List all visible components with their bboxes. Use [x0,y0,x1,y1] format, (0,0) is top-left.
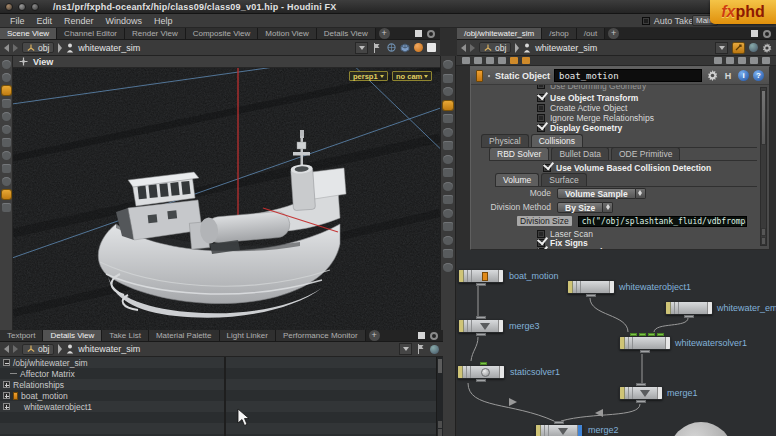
node-whitewater-emitter[interactable] [665,301,713,315]
input-flag[interactable] [657,333,664,336]
nav-forward-icon[interactable] [470,44,475,52]
tab-performance-monitor[interactable]: Performance Monitor [276,330,366,341]
param-tool-icon-4[interactable] [498,57,506,64]
nav-forward-icon[interactable] [13,44,18,52]
auto-takes-checkbox[interactable] [642,17,650,25]
node-flag-right[interactable] [657,387,662,399]
param-tool-icon-2[interactable] [474,57,482,64]
node-merge3[interactable] [458,319,504,333]
path-node-name[interactable]: whitewater_sim [535,43,597,53]
camera-lock-icon[interactable] [443,155,453,164]
node-flag-right[interactable] [498,270,503,282]
node-flag-right[interactable] [609,281,614,293]
flag-icon[interactable] [372,43,382,53]
menu-help[interactable]: Help [148,16,179,26]
viewport-3d[interactable] [13,68,440,330]
node-output[interactable] [476,283,486,286]
node-output[interactable] [476,333,486,336]
division-method-select[interactable]: By Size [557,202,613,213]
scroll-up-icon[interactable] [438,421,442,428]
gear-icon[interactable] [706,70,718,82]
node-output[interactable] [636,400,646,403]
white-square-icon[interactable] [427,43,436,52]
menu-windows[interactable]: Windows [100,16,149,26]
checkbox-create-active[interactable] [537,104,545,112]
pane-menu-icon[interactable] [430,332,438,340]
tree-row-relationships[interactable]: Relationships [0,379,224,390]
handles-tool-icon[interactable] [2,73,11,82]
pane-maximize-icon[interactable] [751,30,758,37]
globe-icon[interactable] [749,43,758,52]
menu-render[interactable]: Render [58,16,100,26]
tab-motion-view[interactable]: Motion View [258,28,316,39]
stylus-icon[interactable] [443,60,453,69]
tree-row-affector[interactable]: Affector Matrix [0,368,224,379]
param-tool-icon-11[interactable] [762,57,770,64]
globe-icon[interactable] [430,345,439,354]
pane-menu-icon[interactable] [763,30,771,38]
tree-row-root[interactable]: /obj/whitewater_sim [0,357,224,368]
select-tool-icon[interactable] [2,60,11,69]
window-minimize-icon[interactable] [18,3,26,11]
network-nav-icon[interactable] [443,222,453,231]
checkbox-display-geometry[interactable] [537,124,545,132]
tab-take-list[interactable]: Take List [102,330,149,341]
param-tool-icon-5[interactable] [510,57,518,64]
division-size-label[interactable]: Division Size [517,216,572,226]
node-whitewaterobject1[interactable] [567,280,615,294]
orange-dot-icon[interactable] [414,43,423,52]
pin-dot-icon[interactable] [487,74,491,78]
param-tool-icon-7[interactable] [714,57,722,64]
node-flag-right[interactable] [577,425,582,436]
tab-light-linker[interactable]: Light Linker [220,330,276,341]
tab-volume[interactable]: Volume [495,173,539,186]
help-icon[interactable]: ? [753,70,764,81]
pane-menu-icon[interactable] [427,30,435,38]
add-tab-icon[interactable]: + [369,330,380,341]
node-merge2[interactable] [535,424,583,436]
snapshot-icon[interactable] [443,195,453,204]
division-size-field[interactable]: ch("/obj/splashtank_fluid/vdbfromparticl… [578,216,747,227]
scrollbar-thumb[interactable] [438,359,442,373]
nav-forward-icon[interactable] [13,345,18,353]
path-node-name[interactable]: whitewater_sim [78,43,140,53]
node-input[interactable] [554,421,564,424]
brush-tool-icon[interactable] [2,177,11,186]
pan-tool-icon[interactable] [443,236,453,245]
checkbox-use-object-transform[interactable] [537,94,545,102]
add-tab-icon[interactable]: + [608,28,619,39]
points-display-icon[interactable] [443,114,453,123]
node-output[interactable] [586,294,596,297]
tab-details-view[interactable]: Details View [43,330,102,341]
path-dropdown[interactable] [399,343,412,355]
snap-tool-icon[interactable] [2,138,11,147]
node-flag-right[interactable] [498,320,503,332]
menu-edit[interactable]: Edit [31,16,59,26]
grid-toggle-icon[interactable] [443,141,453,150]
checkbox-volume-based[interactable] [543,164,551,172]
flipbook-icon[interactable] [443,209,453,218]
expand-icon[interactable] [3,381,10,388]
flag-icon[interactable] [416,344,426,354]
path-root-chip[interactable]: obj [479,42,511,53]
pin-panel-button[interactable] [732,42,745,54]
add-tab-icon[interactable]: + [379,28,390,39]
paint-tool-icon[interactable] [2,151,11,160]
tab-obj-whitewater-sim[interactable]: /obj/whitewater_sim [457,28,542,39]
param-scrollbar[interactable] [760,87,767,246]
path-dropdown[interactable] [715,42,728,54]
nav-back-icon[interactable] [461,44,466,52]
gear-icon[interactable] [762,43,772,53]
tab-collisions[interactable]: Collisions [531,134,583,147]
node-input[interactable] [476,316,486,319]
param-tool-icon-8[interactable] [726,57,734,64]
tab-ode-primitive[interactable]: ODE Primitive [611,147,680,160]
tree-row-boat-motion[interactable]: boat_motion [0,390,224,401]
input-flag[interactable] [648,333,655,336]
camera-persp-badge[interactable]: persp1 [349,71,388,81]
collapse-icon[interactable] [3,359,10,366]
tab-material-palette[interactable]: Material Palette [149,330,220,341]
tab-shop[interactable]: /shop [542,28,577,39]
snap-cube-icon[interactable] [400,43,410,53]
normals-display-icon[interactable] [443,128,453,137]
